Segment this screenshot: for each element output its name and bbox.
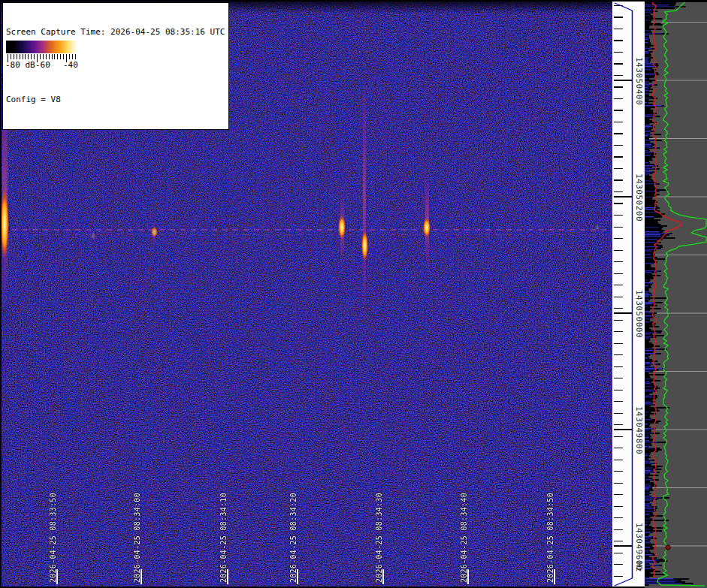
- echo-core: [151, 227, 158, 237]
- time-label: 2026-04-25 08:34:10: [219, 493, 228, 583]
- config-text: Config = V8: [6, 94, 225, 105]
- amplitude-gradient-bar: [6, 41, 78, 53]
- echo-core: [594, 224, 600, 231]
- frequency-unit-label: Hz: [634, 562, 644, 572]
- spectrum-panel[interactable]: [645, 0, 707, 588]
- spectrum-graph: [645, 0, 707, 588]
- frequency-label: 143050000: [634, 290, 644, 338]
- echo-core: [90, 231, 96, 240]
- echo-column: [363, 68, 366, 326]
- legend-label-80db: -80 dB: [5, 60, 35, 70]
- echo-core: [338, 216, 346, 239]
- frequency-label: 143050400: [634, 57, 644, 105]
- time-label: 2026-04-25 08:34:00: [132, 493, 142, 583]
- time-label: 2026-04-25 08:33:50: [48, 493, 58, 583]
- color-scale-legend: -80 dB -60 -40: [4, 39, 80, 70]
- time-label: 2026-04-25 08:34:30: [374, 493, 384, 583]
- frequency-axis[interactable]: 1430504001430502001430500001430498001430…: [612, 2, 645, 586]
- echo-core: [423, 218, 431, 237]
- legend-label-60db: -60: [35, 60, 50, 70]
- legend-label-40db: -40: [63, 60, 78, 70]
- echo-core: [361, 231, 368, 261]
- time-label: 2026-04-25 08:34:20: [289, 493, 298, 583]
- frequency-label: 143050200: [634, 173, 644, 222]
- time-label: 2026-04-25 08:34:40: [459, 493, 469, 583]
- time-label: 2026-04-25 08:34:50: [545, 493, 555, 583]
- spectrum-capture-window: 2026-04-25 08:33:502026-04-25 08:34:0020…: [0, 0, 707, 588]
- capture-time-text: Screen Capture Time: 2026-04-25 08:35:16…: [6, 26, 225, 38]
- frequency-label: 143049800: [634, 406, 644, 454]
